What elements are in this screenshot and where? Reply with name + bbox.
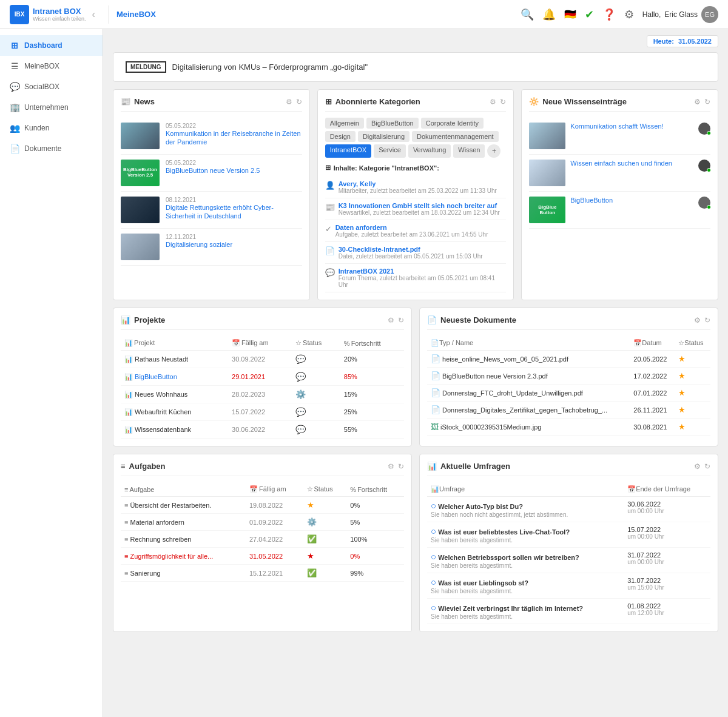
tag-corporate[interactable]: Corporate Identity [421, 118, 484, 129]
news-icon: 📰 [121, 97, 130, 106]
settings-icon[interactable]: ⚙ [624, 8, 634, 21]
aufgaben-settings-icon[interactable]: ⚙ [388, 462, 394, 471]
kat-items-list: 👤 Avery, Kelly Mitarbeiter, zuletzt bear… [325, 177, 507, 292]
kat-name-0[interactable]: Avery, Kelly [339, 180, 497, 187]
tag-verwaltung[interactable]: Verwaltung [408, 144, 451, 158]
aufgabe-fällig-0: 19.08.2022 [246, 497, 303, 514]
aufgaben-widget: ≡ Aufgaben ⚙ ↻ ≡Aufgabe 📅Fällig am ☆Stat… [113, 454, 412, 632]
search-icon[interactable]: 🔍 [521, 8, 534, 21]
kat-item-0: 👤 Avery, Kelly Mitarbeiter, zuletzt bear… [325, 177, 507, 198]
aufgaben-controls[interactable]: ⚙ ↻ [388, 462, 404, 471]
doc-datum-2: 07.01.2022 [630, 385, 675, 402]
umfrage-title-3[interactable]: Was ist euer Lieblingsob st? [438, 579, 528, 587]
sidebar: ⊞ Dashboard ☰ MeineBOX 💬 SocialBOX 🏢 Unt… [0, 29, 103, 644]
bottom-grid: ≡ Aufgaben ⚙ ↻ ≡Aufgabe 📅Fällig am ☆Stat… [113, 454, 718, 632]
sidebar-item-meinebox[interactable]: ☰ MeineBOX [0, 56, 103, 76]
tag-digitalisierung[interactable]: Digitalisierung [358, 131, 410, 142]
sidebar-item-dokumente[interactable]: 📄 Dokumente [0, 138, 103, 159]
flag-icon[interactable]: 🇩🇪 [564, 8, 576, 20]
tag-allgemein[interactable]: Allgemein [325, 118, 364, 129]
abonnierte-controls[interactable]: ⚙ ↻ [490, 98, 506, 106]
aufgaben-refresh-icon[interactable]: ↻ [398, 462, 404, 471]
dokumente-settings-icon[interactable]: ⚙ [694, 316, 701, 325]
kat-name-4[interactable]: IntranetBOX 2021 [339, 268, 507, 275]
news-title-1[interactable]: BigBlueButton neue Version 2.5 [166, 166, 260, 175]
sidebar-item-dashboard[interactable]: ⊞ Dashboard [0, 35, 103, 56]
umfrage-title-4[interactable]: Wieviel Zeit verbringst Ihr täglich im I… [438, 605, 583, 612]
news-date-2: 08.12.2021 [166, 197, 302, 203]
tag-wissen[interactable]: Wissen [453, 144, 485, 158]
notification-icon[interactable]: 🔔 [542, 8, 556, 21]
news-title-3[interactable]: Digitalisierung sozialer [166, 240, 232, 249]
wissen-item-2: BigBlueButton BigBlueButton [529, 192, 710, 229]
sidebar-item-socialbox[interactable]: 💬 SocialBOX [0, 76, 103, 97]
abonnierte-settings-icon[interactable]: ⚙ [490, 98, 496, 106]
umfrage-time-0: um 00:00 Uhr [627, 508, 707, 514]
meinebox-link[interactable]: MeineBOX [116, 10, 156, 19]
news-title-0[interactable]: Kommunikation in der Reisebranche in Zei… [166, 129, 302, 147]
umfragen-controls[interactable]: ⚙ ↻ [694, 462, 710, 471]
umfragen-refresh-icon[interactable]: ↻ [704, 462, 710, 471]
doc-name-1: 📄 BigBlueButton neue Version 2.3.pdf [427, 368, 630, 385]
tag-dokumentenmanagement[interactable]: Dokumentenmanagement [412, 131, 499, 142]
meldung-text[interactable]: Digitalisierung von KMUs – Förderprogram… [172, 62, 368, 72]
check-icon[interactable]: ✔ [585, 8, 594, 21]
table-row: 🖼 iStock_000002395315Medium.jpg 30.08.20… [427, 419, 710, 436]
wissen-refresh-icon[interactable]: ↻ [704, 98, 710, 106]
tag-intranetbox[interactable]: IntranetBOX [325, 144, 372, 158]
projekte-refresh-icon[interactable]: ↻ [398, 316, 404, 325]
news-refresh-icon[interactable]: ↻ [296, 98, 302, 106]
tag-service[interactable]: Service [374, 144, 406, 158]
aufgabe-name-4: ≡ Sanierung [121, 565, 246, 582]
umfrage-title-2[interactable]: Welchen Betriebssport sollen wir betreib… [438, 554, 579, 561]
tag-bigbluebutton[interactable]: BigBlueButton [366, 118, 419, 129]
dokumente-controls[interactable]: ⚙ ↻ [694, 316, 710, 325]
wissen-icon: 🔆 [529, 97, 539, 106]
projekte-settings-icon[interactable]: ⚙ [388, 316, 394, 325]
nav-chevron-left-icon[interactable]: ‹ [92, 9, 95, 20]
wissen-title-0[interactable]: Kommunikation schafft Wissen! [570, 123, 693, 130]
logo[interactable]: IBX Intranet BOX Wissen einfach teilen. [10, 5, 86, 24]
wissen-controls[interactable]: ⚙ ↻ [694, 98, 710, 106]
news-date-3: 12.11.2021 [166, 234, 232, 240]
sidebar-item-kunden[interactable]: 👥 Kunden [0, 118, 103, 138]
news-content-2: 08.12.2021 Digitale Rettungskette erhöht… [166, 197, 302, 221]
news-thumb-img-3 [121, 234, 160, 260]
umfrage-title-0[interactable]: Welcher Auto-Typ bist Du? [438, 503, 523, 510]
kat-name-3[interactable]: 30-Checkliste-Intranet.pdf [339, 246, 483, 253]
dokumente-refresh-icon[interactable]: ↻ [704, 316, 710, 325]
umfrage-title-1[interactable]: Was ist euer beliebtestes Live-Chat-Tool… [438, 528, 570, 536]
abonnierte-refresh-icon[interactable]: ↻ [500, 98, 506, 106]
tag-design[interactable]: Design [325, 131, 356, 142]
kat-name-2[interactable]: Daten anfordern [335, 224, 488, 231]
aufgabe-name-2: ≡ Rechnung schreiben [121, 531, 246, 548]
umfragen-settings-icon[interactable]: ⚙ [694, 462, 701, 471]
news-widget-controls[interactable]: ⚙ ↻ [286, 98, 302, 106]
wissen-title-1[interactable]: Wissen einfach suchen und finden [570, 160, 693, 167]
aufgaben-thead-row: ≡Aufgabe 📅Fällig am ☆Status %Fortschritt [121, 482, 404, 497]
kat-icon-0: 👤 [325, 181, 335, 190]
projekt-status-1: 💬 [292, 368, 340, 386]
kat-name-1[interactable]: K3 Innovationen GmbH stellt sich noch br… [339, 202, 500, 209]
online-dot-1 [707, 168, 711, 172]
wissen-title-2[interactable]: BigBlueButton [570, 197, 693, 204]
sidebar-item-unternehmen[interactable]: 🏢 Unternehmen [0, 97, 103, 118]
wissen-content-2: BigBlueButton [570, 197, 693, 204]
umfrage-date-1: 15.07.2022 [627, 526, 707, 533]
help-icon[interactable]: ❓ [602, 8, 616, 21]
projekt-status-4: 💬 [292, 421, 340, 439]
news-title-2[interactable]: Digitale Rettungskette erhöht Cyber-Sich… [166, 203, 302, 221]
tag-add-button[interactable]: + [487, 144, 500, 158]
projekte-controls[interactable]: ⚙ ↻ [388, 316, 404, 325]
news-settings-icon[interactable]: ⚙ [286, 98, 292, 106]
table-row: 📄 BigBlueButton neue Version 2.3.pdf 17.… [427, 368, 710, 385]
inhalte-subtitle: ⊞ Inhalte: Kategorie "IntranetBOX": [325, 164, 507, 172]
umfrage-row-0: ○ Welcher Auto-Typ bist Du? Sie haben no… [427, 497, 624, 522]
wissen-content-1: Wissen einfach suchen und finden [570, 160, 693, 167]
projekt-fällig-3: 15.07.2022 [228, 403, 292, 421]
wissen-settings-icon[interactable]: ⚙ [694, 98, 701, 106]
wissen-thumb-0 [529, 123, 565, 149]
col-status: ☆Status [292, 336, 340, 351]
avatar[interactable]: EG [701, 6, 718, 23]
kat-meta-3: Datei, zuletzt bearbeitet am 05.05.2021 … [339, 253, 483, 260]
